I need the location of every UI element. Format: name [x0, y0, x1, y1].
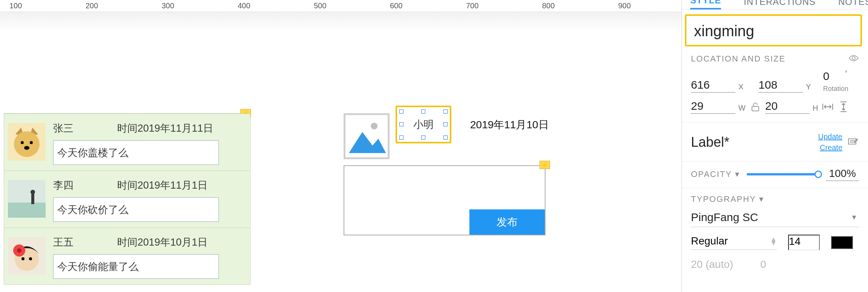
svg-point-1 — [14, 131, 40, 157]
label-create-link[interactable]: Create — [820, 143, 842, 152]
element-name-text: xingming — [694, 23, 754, 39]
post-row[interactable]: 王五 时间2019年10月1日 今天你偷能量了么 — [4, 227, 250, 284]
opacity-slider[interactable] — [747, 173, 819, 175]
svg-point-3 — [30, 141, 33, 144]
h-label: H — [813, 104, 818, 112]
tab-notes[interactable]: NOTES — [838, 0, 868, 9]
font-weight-select[interactable]: Regular ▲▼ — [691, 235, 777, 250]
w-label: W — [738, 104, 746, 112]
design-canvas[interactable]: 100 200 300 400 500 600 700 800 900 ⚡ 张三… — [0, 0, 682, 292]
post-content-textarea[interactable]: ⚡ 发布 — [344, 165, 546, 235]
post-time: 时间2019年11月1日 — [117, 178, 208, 192]
svg-point-17 — [852, 57, 855, 60]
post-body[interactable]: 今天你盖楼了么 — [53, 140, 219, 165]
svg-rect-18 — [752, 106, 759, 111]
x-input[interactable] — [691, 78, 735, 93]
post-repeater[interactable]: ⚡ 张三 时间2019年11月11日 今天你盖楼了么 — [4, 113, 251, 285]
label-heading: Label* — [691, 134, 729, 150]
tab-style[interactable]: STYLE — [690, 0, 721, 9]
h-input[interactable] — [765, 100, 810, 114]
ruler-label: 100 — [9, 2, 22, 10]
fit-height-icon[interactable] — [837, 101, 850, 113]
svg-point-12 — [17, 248, 21, 253]
avatar — [4, 233, 49, 278]
section-title-location: LOCATION AND SIZE — [691, 54, 785, 64]
ruler-label: 700 — [466, 2, 478, 10]
ruler-label: 400 — [238, 2, 250, 10]
font-size-input[interactable] — [788, 235, 820, 250]
post-body-text: 今天你偷能量了么 — [57, 260, 139, 274]
horizontal-ruler: 100 200 300 400 500 600 700 800 900 — [0, 0, 682, 12]
x-label: X — [738, 83, 743, 91]
image-placeholder[interactable] — [344, 113, 390, 159]
font-weight-value: Regular — [691, 235, 728, 247]
post-name: 王五 — [53, 235, 87, 249]
rotation-label: Rotation — [823, 85, 848, 93]
ruler-label: 900 — [618, 2, 631, 10]
rotation-input[interactable] — [823, 70, 844, 83]
svg-point-8 — [31, 190, 35, 194]
svg-point-2 — [21, 141, 24, 144]
svg-point-4 — [24, 146, 29, 150]
svg-point-16 — [371, 123, 377, 129]
text-color-swatch[interactable] — [831, 236, 853, 249]
post-name: 张三 — [53, 121, 87, 135]
ruler-shadow — [0, 12, 682, 31]
avatar — [4, 119, 49, 164]
post-row[interactable]: 张三 时间2019年11月11日 今天你盖楼了么 — [4, 114, 250, 171]
element-name-field[interactable]: xingming — [685, 14, 862, 46]
edit-icon[interactable] — [848, 137, 859, 148]
svg-point-14 — [29, 257, 32, 260]
y-label: Y — [806, 83, 811, 91]
post-time: 时间2019年10月1日 — [117, 235, 208, 249]
letter-spacing-value[interactable]: 0 — [760, 258, 766, 270]
tab-interactions[interactable]: INTERACTIONS — [744, 0, 816, 9]
slider-knob[interactable] — [815, 171, 822, 178]
ruler-label: 300 — [162, 2, 174, 10]
degree-icon: ° — [845, 70, 847, 77]
selected-label-text: 小明 — [413, 118, 434, 131]
lightning-icon[interactable]: ⚡ — [539, 161, 550, 169]
w-input[interactable] — [691, 100, 735, 114]
label-update-link[interactable]: Update — [818, 132, 843, 141]
inspector-panel: STYLE INTERACTIONS NOTES xingming LOCATI… — [682, 0, 868, 292]
section-title-opacity[interactable]: OPACITY ▾ — [691, 169, 740, 179]
panel-tabs: STYLE INTERACTIONS NOTES — [682, 0, 868, 10]
svg-rect-6 — [8, 203, 46, 218]
eye-icon[interactable] — [848, 54, 859, 63]
y-input[interactable] — [758, 78, 803, 93]
post-date-label[interactable]: 2019年11月10日 — [470, 118, 549, 132]
ruler-label: 600 — [390, 2, 402, 10]
font-family-value: PingFang SC — [691, 211, 758, 224]
svg-rect-7 — [31, 194, 34, 204]
post-row[interactable]: 李四 时间2019年11月1日 今天你砍价了么 — [4, 171, 250, 227]
fit-width-icon[interactable] — [822, 101, 834, 113]
post-body[interactable]: 今天你偷能量了么 — [53, 254, 219, 279]
post-body-text: 今天你盖楼了么 — [57, 146, 128, 160]
post-body[interactable]: 今天你砍价了么 — [53, 197, 219, 222]
publish-button[interactable]: 发布 — [469, 209, 545, 235]
unlock-icon[interactable] — [749, 101, 761, 113]
section-title-typography[interactable]: TYPOGRAPHY ▾ — [691, 194, 764, 204]
opacity-value[interactable]: 100% — [826, 168, 859, 181]
avatar — [4, 176, 49, 221]
publish-label: 发布 — [497, 215, 518, 229]
line-height-value[interactable]: 20 (auto) — [691, 258, 733, 270]
font-family-select[interactable]: PingFang SC ▼ — [691, 207, 859, 227]
ruler-label: 200 — [86, 2, 98, 10]
ruler-label: 500 — [314, 2, 326, 10]
selected-label-widget[interactable]: 小明 — [396, 106, 451, 143]
post-body-text: 今天你砍价了么 — [57, 203, 128, 217]
post-name: 李四 — [53, 178, 87, 192]
stepper-icon[interactable]: ▲▼ — [770, 237, 777, 245]
post-time: 时间2019年11月11日 — [117, 121, 213, 135]
svg-point-13 — [21, 257, 24, 260]
ruler-label: 800 — [542, 2, 555, 10]
chevron-down-icon: ▼ — [851, 214, 857, 221]
